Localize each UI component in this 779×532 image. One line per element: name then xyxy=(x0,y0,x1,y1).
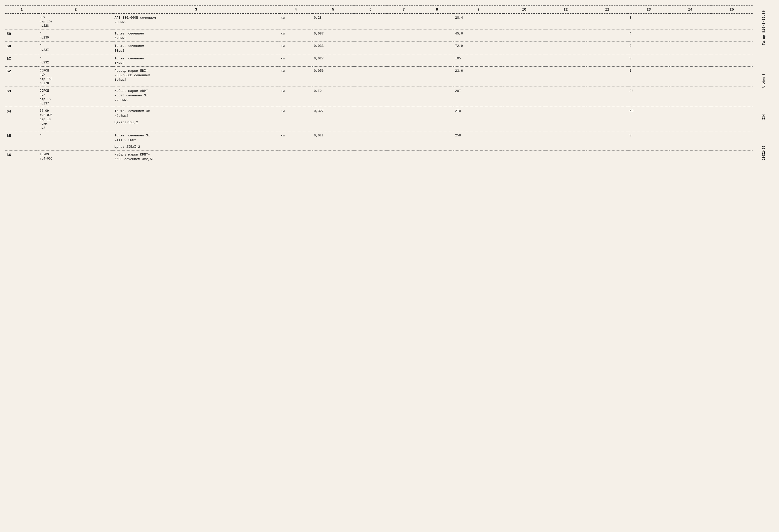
table-row: 59 " п.230 То же, сечением 6,0мм2 км 0,0… xyxy=(5,30,753,42)
cell-13: 69 xyxy=(628,108,669,131)
cell-desc: То же, сечением 3х х4+I 2,5мм2 Цена: 2I5… xyxy=(113,132,279,150)
main-table: 1 2 3 4 5 6 7 8 9 IO II I2 I3 I4 I5 xyxy=(5,5,753,162)
cell-9: 2I0 xyxy=(454,108,503,131)
cell-8 xyxy=(420,68,454,87)
col-header-14: I4 xyxy=(669,6,711,14)
cell-14 xyxy=(669,132,711,150)
sidebar-label-top: Тш.пр.816-1-16.86 xyxy=(762,5,774,50)
cell-15 xyxy=(711,30,753,42)
cell-row-num: 63 xyxy=(5,88,38,107)
table-row: 63 ССРСЦ ч.У стр.I5 п.I37 Кабель марки А… xyxy=(5,88,753,107)
table-row: ч.У стр.I52 п.228 АПВ–380/660В сечением … xyxy=(5,15,753,29)
cell-9: 28,4 xyxy=(454,15,503,29)
cell-price: 0,327 xyxy=(312,108,354,131)
cell-unit: км xyxy=(279,68,312,87)
cell-6 xyxy=(354,43,387,54)
col-header-7: 7 xyxy=(387,6,420,14)
cell-7 xyxy=(387,43,420,54)
cell-15 xyxy=(711,132,753,150)
cell-row-num xyxy=(5,15,38,29)
cell-desc: То же, сечением I0мм2 xyxy=(113,43,279,54)
cell-desc: То же, сечением 4х х2,5мм2 Цена:I75хI,2 xyxy=(113,108,279,131)
cell-11 xyxy=(545,55,586,67)
sidebar-label-num2: 2I0I2-05 xyxy=(762,143,774,163)
cell-8 xyxy=(420,108,454,131)
cell-6 xyxy=(354,30,387,42)
cell-6 xyxy=(354,68,387,87)
cell-8 xyxy=(420,88,454,107)
cell-6 xyxy=(354,15,387,29)
cell-13: 4 xyxy=(628,30,669,42)
col-header-3: 3 xyxy=(113,6,279,14)
cell-price xyxy=(312,151,354,162)
cell-desc: Провод марки ПВI– –380/660В сечением I,0… xyxy=(113,68,279,87)
cell-10 xyxy=(503,30,545,42)
col-header-13: I3 xyxy=(628,6,669,14)
cell-row-num: 60 xyxy=(5,43,38,54)
cell-9: 23,6 xyxy=(454,68,503,87)
cell-15 xyxy=(711,15,753,29)
cell-ref: " п.23I xyxy=(38,43,113,54)
cell-6 xyxy=(354,108,387,131)
cell-15 xyxy=(711,151,753,162)
cell-7 xyxy=(387,108,420,131)
cell-price: 0,056 xyxy=(312,68,354,87)
col-header-4: 4 xyxy=(279,6,312,14)
cell-8 xyxy=(420,43,454,54)
cell-ref: " п.230 xyxy=(38,30,113,42)
cell-unit: км xyxy=(279,43,312,54)
cell-unit: км xyxy=(279,88,312,107)
cell-13: 2 xyxy=(628,43,669,54)
cell-unit: км xyxy=(279,55,312,67)
col-header-2: 2 xyxy=(38,6,113,14)
table-row: 6I " п.232 То же, сечением I6мм2 км 0,02… xyxy=(5,55,753,67)
cell-row-num: 62 xyxy=(5,68,38,87)
cell-9: I05 xyxy=(454,55,503,67)
cell-15 xyxy=(711,88,753,107)
cell-ref: " xyxy=(38,132,113,150)
cell-14 xyxy=(669,15,711,29)
cell-11 xyxy=(545,30,586,42)
cell-unit xyxy=(279,151,312,162)
cell-12 xyxy=(586,88,628,107)
right-sidebar: Тш.пр.816-1-16.86 Альбом 8 I34 2I0I2-05 xyxy=(760,5,774,162)
cell-15 xyxy=(711,43,753,54)
cell-8 xyxy=(420,151,454,162)
cell-unit: км xyxy=(279,15,312,29)
cell-ref: " п.232 xyxy=(38,55,113,67)
cell-price: 0,087 xyxy=(312,30,354,42)
cell-6 xyxy=(354,132,387,150)
cell-11 xyxy=(545,151,586,162)
cell-desc: АПВ–380/660В сечением 2,0мм2 xyxy=(113,15,279,29)
cell-desc: То же, сечением I6мм2 xyxy=(113,55,279,67)
cell-price: 0,28 xyxy=(312,15,354,29)
col-header-8: 8 xyxy=(420,6,454,14)
cell-6 xyxy=(354,55,387,67)
cell-11 xyxy=(545,43,586,54)
cell-13: 3 xyxy=(628,132,669,150)
cell-10 xyxy=(503,108,545,131)
cell-unit: км xyxy=(279,30,312,42)
cell-8 xyxy=(420,15,454,29)
col-header-5: 5 xyxy=(312,6,354,14)
cell-ref: ч.У стр.I52 п.228 xyxy=(38,15,113,29)
cell-12 xyxy=(586,68,628,87)
cell-10 xyxy=(503,43,545,54)
cell-7 xyxy=(387,68,420,87)
cell-10 xyxy=(503,15,545,29)
cell-12 xyxy=(586,15,628,29)
cell-9: 20I xyxy=(454,88,503,107)
cell-row-num: 64 xyxy=(5,108,38,131)
cell-12 xyxy=(586,43,628,54)
cell-11 xyxy=(545,108,586,131)
cell-7 xyxy=(387,30,420,42)
cell-unit: км xyxy=(279,132,312,150)
cell-6 xyxy=(354,151,387,162)
table-row: 62 ССРСЦ ч.У стр.I50 п.I78 Провод марки … xyxy=(5,68,753,87)
cell-7 xyxy=(387,88,420,107)
header-row: 1 2 3 4 5 6 7 8 9 IO II I2 I3 I4 I5 xyxy=(5,6,753,14)
cell-price: 0,033 xyxy=(312,43,354,54)
cell-13: 8 xyxy=(628,15,669,29)
cell-7 xyxy=(387,15,420,29)
cell-7 xyxy=(387,55,420,67)
